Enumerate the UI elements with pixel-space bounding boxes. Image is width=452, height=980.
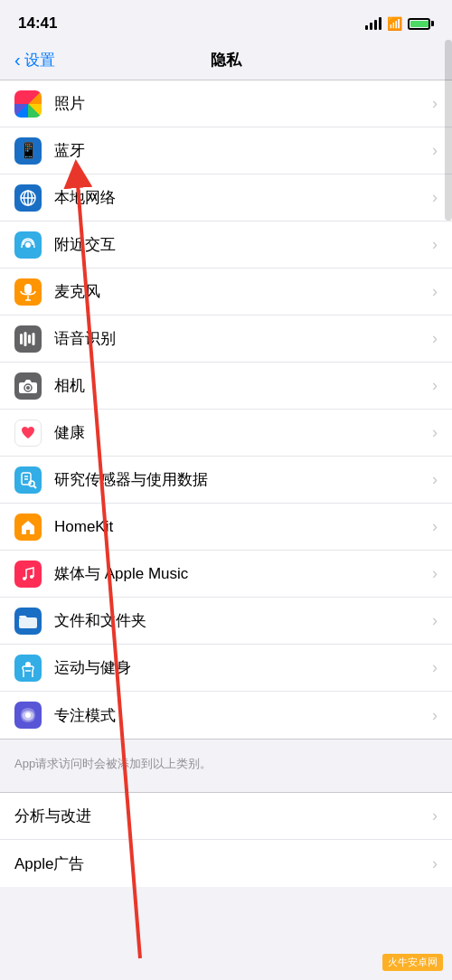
list-item-photos[interactable]: 照片 ›	[0, 80, 452, 127]
list-item-localnet[interactable]: 本地网络 ›	[0, 174, 452, 221]
signal-icon	[365, 17, 381, 30]
chevron-icon-camera: ›	[432, 376, 438, 395]
chevron-icon-mic: ›	[432, 282, 438, 301]
item-label-analytics: 分析与改进	[14, 806, 432, 826]
list-item-health[interactable]: 健康 ›	[0, 410, 452, 457]
chevron-icon-localnet: ›	[432, 188, 438, 207]
homekit-icon	[14, 514, 42, 541]
camera-icon	[14, 372, 42, 400]
svg-point-4	[25, 242, 31, 248]
mic-icon	[14, 278, 42, 306]
list-item-speech[interactable]: 语音识别 ›	[0, 316, 452, 363]
privacy-list: 照片 › 📱 蓝牙 › 本地网络 ›	[0, 80, 452, 740]
chevron-icon-speech: ›	[432, 329, 438, 348]
watermark: 火牛安卓网	[382, 954, 443, 971]
item-label-speech: 语音识别	[54, 328, 432, 349]
svg-rect-11	[33, 333, 35, 345]
nav-bar: ‹ 设置 隐私	[0, 40, 452, 80]
item-label-camera: 相机	[54, 375, 432, 396]
status-time: 14:41	[18, 14, 57, 33]
bottom-section: 分析与改进 › Apple广告 ›	[0, 792, 452, 887]
item-label-photos: 照片	[54, 93, 432, 114]
item-label-health: 健康	[54, 422, 432, 443]
chevron-icon-nearby: ›	[432, 235, 438, 254]
files-icon	[14, 608, 42, 635]
fitness-icon	[14, 655, 42, 682]
item-label-fitness: 运动与健身	[54, 657, 432, 678]
list-item-homekit[interactable]: HomeKit ›	[0, 504, 452, 551]
wifi-icon: 📶	[387, 16, 402, 31]
svg-point-14	[26, 386, 30, 390]
list-item-research[interactable]: 研究传感器与使用数据 ›	[0, 457, 452, 504]
chevron-icon-fitness: ›	[432, 658, 438, 677]
speech-icon	[14, 325, 42, 353]
svg-line-19	[34, 485, 37, 488]
chevron-icon-research: ›	[432, 470, 438, 489]
focus-icon	[14, 702, 42, 729]
svg-point-23	[25, 712, 31, 718]
health-icon	[14, 419, 42, 447]
svg-rect-5	[24, 284, 32, 294]
list-item-focus[interactable]: 专注模式 ›	[0, 692, 452, 739]
bluetooth-icon: 📱	[14, 137, 42, 165]
status-bar: 14:41 📶	[0, 0, 452, 40]
svg-rect-8	[20, 334, 23, 344]
research-icon	[14, 466, 42, 494]
chevron-icon-bluetooth: ›	[432, 141, 438, 160]
svg-rect-9	[24, 332, 27, 346]
list-item-analytics[interactable]: 分析与改进 ›	[0, 793, 452, 840]
music-icon	[14, 561, 42, 588]
item-label-bluetooth: 蓝牙	[54, 140, 432, 161]
chevron-icon-analytics: ›	[432, 806, 438, 825]
status-icons: 📶	[365, 16, 434, 31]
item-label-research: 研究传感器与使用数据	[54, 469, 432, 490]
chevron-icon-homekit: ›	[432, 517, 438, 536]
item-label-homekit: HomeKit	[54, 518, 432, 536]
back-chevron-icon: ‹	[14, 51, 21, 69]
list-item-music[interactable]: 媒体与 Apple Music ›	[0, 551, 452, 598]
list-item-nearby[interactable]: 附近交互 ›	[0, 221, 452, 269]
list-item-mic[interactable]: 麦克风 ›	[0, 269, 452, 316]
item-label-nearby: 附近交互	[54, 234, 432, 255]
battery-icon	[408, 18, 434, 30]
item-label-focus: 专注模式	[54, 705, 432, 726]
localnet-icon	[14, 184, 42, 212]
chevron-icon-music: ›	[432, 564, 438, 583]
back-button[interactable]: ‹ 设置	[14, 50, 55, 71]
list-item-fitness[interactable]: 运动与健身 ›	[0, 645, 452, 692]
svg-rect-10	[28, 335, 31, 344]
section-note: App请求访问时会被添加到以上类别。	[0, 749, 452, 783]
svg-rect-20	[19, 617, 37, 628]
chevron-icon-appleads: ›	[432, 854, 438, 873]
nearby-icon	[14, 231, 42, 259]
page-title: 隐私	[211, 50, 241, 71]
item-label-music: 媒体与 Apple Music	[54, 563, 432, 584]
item-label-appleads: Apple广告	[14, 853, 432, 874]
list-item-files[interactable]: 文件和文件夹 ›	[0, 598, 452, 645]
item-label-files: 文件和文件夹	[54, 610, 432, 631]
chevron-icon-focus: ›	[432, 706, 438, 725]
photos-icon	[14, 90, 42, 118]
back-label: 设置	[24, 50, 55, 71]
list-item-camera[interactable]: 相机 ›	[0, 363, 452, 410]
chevron-icon-photos: ›	[432, 94, 438, 113]
scroll-indicator[interactable]	[445, 40, 452, 221]
item-label-mic: 麦克风	[54, 281, 432, 302]
list-item-appleads[interactable]: Apple广告 ›	[0, 840, 452, 887]
chevron-icon-health: ›	[432, 423, 438, 442]
chevron-icon-files: ›	[432, 611, 438, 630]
item-label-localnet: 本地网络	[54, 187, 432, 208]
list-item-bluetooth[interactable]: 📱 蓝牙 ›	[0, 127, 452, 174]
